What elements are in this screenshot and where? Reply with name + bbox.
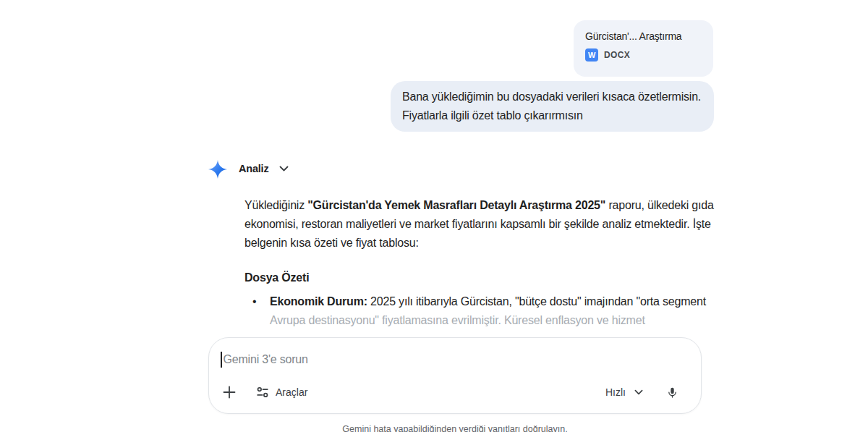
chevron-down-icon (634, 389, 643, 395)
gemini-spark-icon (208, 160, 227, 179)
user-message-bubble: Bana yüklediğimin bu dosyadaki verileri … (391, 81, 714, 132)
prompt-placeholder: Gemini 3'e sorun (224, 351, 308, 368)
model-response-paragraph: Yüklediğiniz "Gürcistan'da Yemek Masrafl… (244, 196, 722, 253)
text-caret (221, 352, 222, 368)
plus-icon (221, 384, 237, 400)
prompt-composer[interactable]: Gemini 3'e sorun Araçlar Hızlı (208, 337, 702, 414)
thinking-toggle[interactable]: Analiz (239, 163, 289, 174)
response-section-heading: Dosya Özeti (244, 268, 309, 287)
user-message-line: Bana yüklediğimin bu dosyadaki verileri … (402, 88, 702, 106)
user-message-line: Fiyatlarla ilgili özet tablo çıkarırmısı… (402, 106, 702, 125)
model-selector-label: Hızlı (605, 386, 626, 398)
gemini-chat-window: Gürcistan'... Araştırma W DOCX Bana yükl… (0, 0, 868, 432)
chevron-down-icon (279, 166, 289, 171)
attachment-meta: W DOCX (585, 48, 702, 62)
microphone-icon (666, 384, 678, 401)
response-line: belgenin kısa özeti ve fiyat tablosu: (244, 234, 722, 253)
thinking-toggle-label: Analiz (239, 163, 269, 174)
bullet-line: Avrupa destinasyonu" fiyatlamasına evril… (270, 311, 722, 330)
word-doc-icon: W (585, 48, 598, 62)
tools-button[interactable]: Araçlar (255, 385, 307, 399)
sliders-icon (255, 385, 270, 399)
attachment-card[interactable]: Gürcistan'... Araştırma W DOCX (574, 20, 713, 77)
model-selector[interactable]: Hızlı (605, 386, 643, 398)
prompt-input[interactable]: Gemini 3'e sorun (221, 351, 308, 368)
response-bullet-item: Ekonomik Durum: 2025 yılı itibarıyla Gür… (244, 292, 722, 330)
microphone-button[interactable] (659, 381, 685, 404)
attachment-type-label: DOCX (604, 50, 630, 60)
response-line: Yüklediğiniz "Gürcistan'da Yemek Masrafl… (244, 196, 722, 215)
bullet-line: Ekonomik Durum: 2025 yılı itibarıyla Gür… (270, 292, 722, 311)
composer-actions: Araçlar Hızlı (209, 381, 701, 404)
tools-label: Araçlar (276, 386, 307, 398)
response-line: ekonomisi, restoran maliyetleri ve marke… (244, 215, 722, 234)
attachment-title: Gürcistan'... Araştırma (585, 30, 702, 42)
add-attachment-button[interactable] (216, 381, 242, 404)
disclaimer-text: Gemini hata yapabildiğinden verdiği yanı… (208, 423, 702, 432)
